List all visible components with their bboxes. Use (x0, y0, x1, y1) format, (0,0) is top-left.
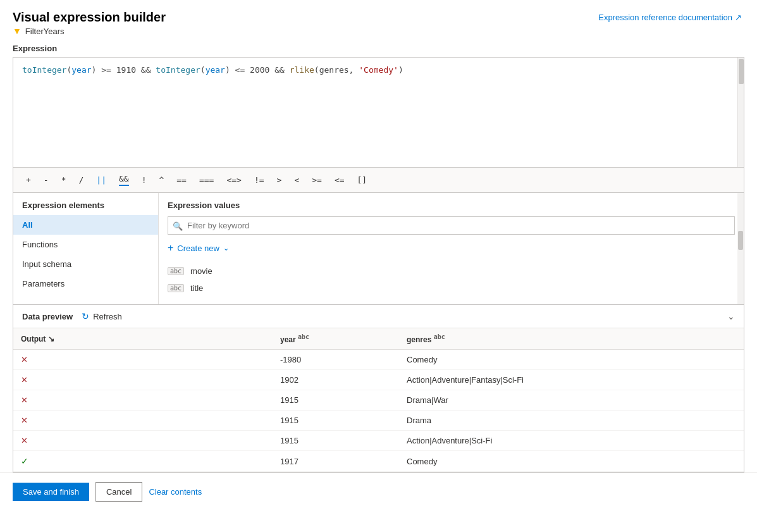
genres-cell: Action|Adventure|Sci-Fi (399, 431, 744, 451)
page-subtitle: ▼ FilterYears (13, 26, 744, 36)
op-strict-eq[interactable]: === (193, 173, 220, 187)
genres-cell: Drama|War (399, 390, 744, 411)
chevron-down-icon: ⌄ (223, 244, 229, 252)
data-preview-title: Data preview (22, 312, 73, 321)
external-link-icon: ↗ (735, 13, 742, 22)
genres-cell: Action|Adventure|Fantasy|Sci-Fi (399, 370, 744, 390)
op-gt[interactable]: > (271, 173, 288, 187)
table-row: ✕ 1915 Drama (13, 411, 744, 431)
filter-icon: ▼ (13, 26, 22, 36)
value-item-movie[interactable]: abc movie (168, 263, 735, 280)
expression-elements-container: Expression elements All Functions Input … (13, 193, 744, 305)
refresh-label: Refresh (93, 312, 122, 321)
elements-panel-label: Expression elements (13, 193, 158, 215)
genres-cell: Comedy (399, 451, 744, 472)
data-table: Output ↘ year abc genres abc ✕ -1980 Com… (13, 328, 744, 472)
x-mark: ✕ (21, 375, 28, 385)
op-multiply[interactable]: * (55, 173, 73, 187)
create-new-label: Create new (177, 244, 219, 253)
year-cell: 1915 (273, 390, 399, 411)
genres-type-badge: abc (434, 333, 445, 340)
refresh-button[interactable]: ↻ Refresh (82, 311, 122, 321)
plus-icon: + (168, 242, 173, 254)
table-row: ✕ 1915 Drama|War (13, 390, 744, 411)
col-header-output: Output ↘ (13, 328, 273, 350)
x-mark: ✕ (21, 436, 28, 445)
value-item-title[interactable]: abc title (168, 280, 735, 297)
data-preview-section: Data preview ↻ Refresh ⌄ Output ↘ year a… (13, 305, 744, 473)
table-row: ✓ 1917 Comedy (13, 451, 744, 472)
nav-input-schema[interactable]: Input schema (13, 254, 158, 274)
op-and[interactable]: && (113, 171, 135, 189)
op-bracket[interactable]: [] (351, 173, 374, 187)
table-header-row: Output ↘ year abc genres abc (13, 328, 744, 350)
nav-functions[interactable]: Functions (13, 235, 158, 254)
expression-editor[interactable]: toInteger(year) >= 1910 && toInteger(yea… (13, 57, 744, 168)
output-cell: ✕ (13, 411, 273, 431)
expression-code: toInteger(year) >= 1910 && toInteger(yea… (22, 64, 735, 77)
year-cell: 1915 (273, 431, 399, 451)
filter-input-wrap: 🔍 (168, 216, 735, 235)
year-type-badge: abc (298, 333, 309, 340)
operators-bar: + - * / || && ! ^ == === <=> != > < >= <… (13, 168, 744, 193)
genres-cell: Comedy (399, 350, 744, 370)
year-cell: -1980 (273, 350, 399, 370)
expr-ref-label: Expression reference documentation (598, 13, 732, 22)
create-new-button[interactable]: + Create new ⌄ (168, 242, 229, 254)
op-gte[interactable]: >= (305, 173, 328, 187)
x-mark: ✕ (21, 395, 28, 405)
values-scrollbar[interactable] (737, 193, 744, 304)
output-cell: ✕ (13, 390, 273, 411)
op-minus[interactable]: - (37, 173, 55, 187)
value-label-movie: movie (190, 266, 212, 276)
table-row: ✕ 1902 Action|Adventure|Fantasy|Sci-Fi (13, 370, 744, 390)
values-panel-label: Expression values (168, 201, 735, 210)
op-spaceship[interactable]: <=> (220, 173, 247, 187)
op-or[interactable]: || (90, 173, 113, 187)
table-row: ✕ -1980 Comedy (13, 350, 744, 370)
scrollbar-thumb (739, 59, 744, 84)
right-panel: Expression values 🔍 + Create new ⌄ abc m… (159, 193, 744, 304)
cancel-button[interactable]: Cancel (95, 482, 142, 502)
type-badge-movie: abc (168, 267, 184, 275)
nav-all[interactable]: All (13, 215, 158, 235)
col-header-year: year abc (273, 328, 399, 350)
collapse-icon[interactable]: ⌄ (727, 311, 735, 321)
op-not[interactable]: ! (135, 173, 153, 187)
save-button[interactable]: Save and finish (13, 483, 89, 501)
value-label-title: title (190, 283, 203, 293)
expr-ref-link[interactable]: Expression reference documentation ↗ (598, 13, 742, 22)
op-lte[interactable]: <= (328, 173, 351, 187)
search-icon: 🔍 (173, 221, 183, 230)
nav-parameters[interactable]: Parameters (13, 274, 158, 294)
footer: Save and finish Cancel Clear contents (0, 473, 757, 510)
genres-cell: Drama (399, 411, 744, 431)
values-scrollbar-thumb (738, 231, 743, 250)
op-plus[interactable]: + (20, 173, 37, 187)
op-eq[interactable]: == (170, 173, 193, 187)
year-cell: 1915 (273, 411, 399, 431)
refresh-icon: ↻ (82, 311, 89, 321)
x-mark: ✕ (21, 416, 28, 425)
op-neq[interactable]: != (248, 173, 271, 187)
clear-contents-button[interactable]: Clear contents (149, 487, 202, 497)
output-cell: ✕ (13, 350, 273, 370)
op-xor[interactable]: ^ (152, 173, 170, 187)
output-cell: ✕ (13, 370, 273, 390)
left-panel: Expression elements All Functions Input … (13, 193, 159, 304)
data-preview-header: Data preview ↻ Refresh ⌄ (13, 305, 744, 328)
table-row: ✕ 1915 Action|Adventure|Sci-Fi (13, 431, 744, 451)
check-mark: ✓ (21, 456, 28, 466)
x-mark: ✕ (21, 355, 28, 364)
filter-input[interactable] (168, 216, 735, 235)
subtitle-text: FilterYears (25, 27, 65, 36)
output-cell: ✓ (13, 451, 273, 472)
type-badge-title: abc (168, 284, 184, 292)
col-header-genres: genres abc (399, 328, 744, 350)
output-cell: ✕ (13, 431, 273, 451)
year-cell: 1902 (273, 370, 399, 390)
op-divide[interactable]: / (72, 173, 90, 187)
op-lt[interactable]: < (288, 173, 305, 187)
expression-scrollbar[interactable] (737, 58, 744, 167)
output-sort-icon: ↘ (48, 335, 54, 343)
